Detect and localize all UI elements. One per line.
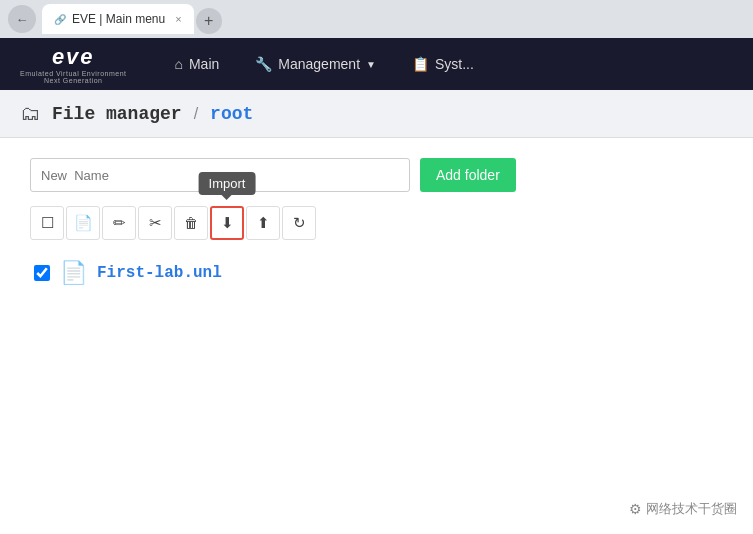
nav-main-label: Main	[189, 56, 219, 72]
new-file-button[interactable]: 📄	[66, 206, 100, 240]
import-icon: ⬇	[221, 214, 234, 232]
back-button[interactable]: ←	[8, 5, 36, 33]
file-checkbox[interactable]	[34, 265, 50, 281]
breadcrumb-bar: 🗂 File manager / root	[0, 90, 753, 138]
nav-system[interactable]: 📋 Syst...	[394, 38, 492, 90]
tab-close-button[interactable]: ×	[175, 13, 181, 25]
logo-text: eve	[52, 44, 95, 70]
new-file-icon: 📄	[74, 214, 93, 232]
navbar-menu: ⌂ Main 🔧 Management ▼ 📋 Syst...	[156, 38, 733, 90]
watermark-icon: ⚙	[629, 501, 642, 517]
browser-chrome: ← 🔗 EVE | Main menu × +	[0, 0, 753, 38]
system-icon: 📋	[412, 56, 429, 72]
nav-management-label: Management	[278, 56, 360, 72]
toolbar-row: Add folder	[30, 158, 723, 192]
active-tab[interactable]: 🔗 EVE | Main menu ×	[42, 4, 194, 34]
watermark-text: 网络技术干货圈	[646, 500, 737, 518]
nav-main[interactable]: ⌂ Main	[156, 38, 237, 90]
tab-label: EVE | Main menu	[72, 12, 165, 26]
nav-management[interactable]: 🔧 Management ▼	[237, 38, 394, 90]
breadcrumb-separator: /	[194, 105, 198, 123]
main-content: Add folder ☐ 📄 ✏ ✂ 🗑 Import ⬇ ⬆ ↻	[0, 138, 753, 312]
dropdown-arrow-icon: ▼	[366, 59, 376, 70]
navbar-brand: eve Emulated Virtual Environment Next Ge…	[20, 44, 126, 84]
cut-icon: ✂	[149, 214, 162, 232]
tab-favicon: 🔗	[54, 14, 66, 25]
export-icon: ⬆	[257, 214, 270, 232]
logo-subtitle2: Next Generation	[44, 77, 102, 84]
checkbox-icon: ☐	[41, 214, 54, 232]
logo-subtitle: Emulated Virtual Environment	[20, 70, 126, 77]
edit-button[interactable]: ✏	[102, 206, 136, 240]
watermark: ⚙ 网络技术干货圈	[629, 500, 737, 518]
refresh-icon: ↻	[293, 214, 306, 232]
file-name[interactable]: First-lab.unl	[97, 264, 222, 282]
import-button[interactable]: Import ⬇	[210, 206, 244, 240]
add-folder-button[interactable]: Add folder	[420, 158, 516, 192]
export-button[interactable]: ⬆	[246, 206, 280, 240]
refresh-button[interactable]: ↻	[282, 206, 316, 240]
home-icon: ⌂	[174, 56, 182, 72]
navbar: eve Emulated Virtual Environment Next Ge…	[0, 38, 753, 90]
cut-button[interactable]: ✂	[138, 206, 172, 240]
icon-toolbar: ☐ 📄 ✏ ✂ 🗑 Import ⬇ ⬆ ↻	[30, 206, 723, 240]
tab-bar: 🔗 EVE | Main menu × +	[42, 4, 745, 34]
delete-button[interactable]: 🗑	[174, 206, 208, 240]
new-name-input[interactable]	[30, 158, 410, 192]
file-row: 📄 First-lab.unl	[30, 254, 723, 292]
edit-icon: ✏	[113, 214, 126, 232]
file-manager-icon: 🗂	[20, 102, 40, 125]
new-tab-button[interactable]: +	[196, 8, 222, 34]
select-all-button[interactable]: ☐	[30, 206, 64, 240]
breadcrumb-current-path: root	[210, 104, 253, 124]
delete-icon: 🗑	[184, 215, 198, 231]
nav-system-label: Syst...	[435, 56, 474, 72]
breadcrumb-section-title: File manager	[52, 104, 182, 124]
file-type-icon: 📄	[60, 260, 87, 286]
wrench-icon: 🔧	[255, 56, 272, 72]
